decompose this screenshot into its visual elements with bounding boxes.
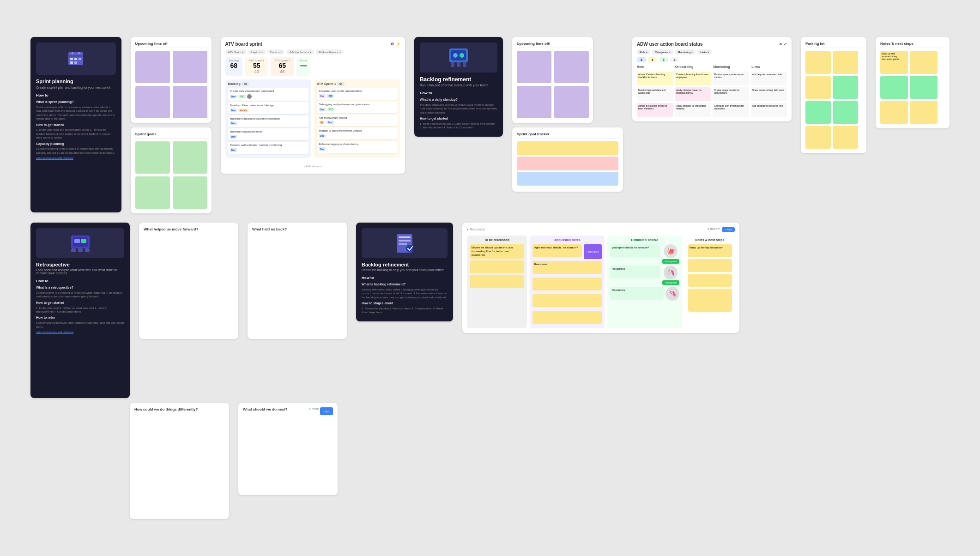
discuss-note-5	[532, 311, 602, 326]
retro-icon	[69, 232, 92, 255]
est-row-3: Resources 🦄	[610, 287, 679, 302]
filter-atv-sprint[interactable]: ATV Sprint ▾	[225, 49, 246, 54]
task-6[interactable]: A/B multivariant testing QATest	[317, 115, 398, 127]
adw-links-filter[interactable]: Links ▾	[697, 49, 712, 54]
right-time-off-stickies	[517, 51, 588, 118]
svg-rect-5	[70, 61, 73, 64]
backlog-owner: ▸ Resources	[467, 228, 485, 231]
diff-s4	[204, 415, 224, 438]
what-is-sprint-text: Sprint planning is a Scrum ceremony wher…	[36, 105, 116, 121]
sprint-link[interactable]: agile estimations and planning	[36, 157, 73, 159]
col-atv1-header: ATV Sprint 1 55	[317, 82, 398, 86]
park-sticky-3	[805, 76, 831, 99]
notes-stickies-row1: Wrap up and summarize key discussion poi…	[880, 51, 945, 124]
task-2[interactable]: Integrate user profile customization Dev…	[317, 88, 398, 100]
adw-cell-3-4: Add onboarding resource links	[751, 103, 787, 117]
next-add-btn[interactable]: + Add	[320, 407, 333, 415]
adw-expand-icon[interactable]: ⤢	[784, 42, 787, 46]
discuss-note-2: Resources	[532, 261, 602, 276]
parking-lot-title: Parking lot	[805, 42, 862, 48]
time-off-title: Upcoming time off	[135, 42, 207, 48]
sprint-goals-title: Sprint goals	[135, 132, 207, 139]
adw-title: ADW user action board status	[637, 42, 703, 47]
backlog-what-diff-label: What is backlog refinement?	[362, 282, 448, 287]
disc-sticky-3	[532, 278, 602, 290]
svg-rect-6	[74, 61, 77, 64]
note-sticky-4	[688, 289, 732, 312]
atv-board-columns: Backlog 68 Create data visualization das…	[225, 79, 400, 158]
adw-cat-filter[interactable]: Categories ▾	[652, 49, 673, 54]
park-sticky-7	[805, 126, 831, 149]
note-sticky-1: Wrap up the key discussion	[688, 244, 732, 257]
parking-lot-stickies	[805, 51, 862, 149]
different-title: How could we do things differently?	[134, 407, 224, 411]
held-s4	[321, 235, 342, 258]
col-notes-backlog: Notes & next steps Wrap up the key discu…	[685, 236, 735, 328]
col-to-discuss-header: To be discussed	[470, 238, 524, 242]
svg-rect-26	[399, 243, 407, 245]
backlog-subtitle: Refine the backlog to help you and your …	[362, 268, 448, 272]
diff-s16	[204, 491, 224, 514]
right-sticky-2	[554, 51, 589, 83]
next-s1	[243, 418, 287, 446]
task-3[interactable]: Develop offline mode for mobile app DevM…	[228, 102, 309, 114]
task-4[interactable]: Debugging and performance optimization D…	[317, 101, 398, 113]
disc-btn-1[interactable]: Prioritized	[584, 244, 602, 259]
different-stickies	[134, 415, 224, 514]
retro-link[interactable]: agile estimations and planning	[36, 331, 73, 333]
backlog-add-btn[interactable]: + Add	[722, 227, 735, 232]
adw-role-filter[interactable]: Role ▾	[637, 49, 650, 54]
capacity-label: Capacity planning	[36, 142, 116, 146]
svg-rect-24	[399, 236, 411, 238]
task-5[interactable]: Implement advanced search functionality …	[228, 115, 309, 127]
col-estimated: Estimated Yes/No goal/sprint details for…	[607, 236, 682, 328]
filter-active[interactable]: 4 Active Items + ▾	[286, 49, 314, 54]
get-started-text: 1. Invite your team and stakeholders to …	[36, 128, 116, 139]
filter-3epic[interactable]: 3 epic + ▾	[248, 49, 266, 54]
task-1[interactable]: Create data visualization dashboard DevP…	[228, 88, 309, 101]
sprint-planning-title: Sprint planning	[36, 79, 116, 84]
next-title: What should we do next?	[243, 407, 287, 411]
right-sticky-1	[517, 51, 551, 83]
task-10[interactable]: Enhance logging and monitoring Dev	[317, 141, 398, 153]
helped-s1	[144, 235, 164, 258]
adw-monitoring-filter[interactable]: Monitoring ▾	[675, 49, 696, 54]
stat-atv2-sub: 48	[274, 69, 290, 74]
helped-title: What helped us move forward?	[144, 227, 234, 231]
atv-header-icons: ⚙ ⚡	[391, 42, 400, 46]
atv-board-card: ATV board sprint ⚙ ⚡ ATV Sprint ▾ 3 epic…	[221, 37, 405, 174]
goal-pink	[517, 157, 618, 170]
sprint-stats-row: Backlog 68 ATV Sprint 1 55 43 ATV Sprint…	[225, 57, 400, 76]
park-sticky-5	[805, 101, 831, 124]
diff-s8	[204, 441, 224, 464]
filter-icon[interactable]: ⚙	[391, 42, 394, 46]
est-accept-btn[interactable]: Accepted	[662, 259, 679, 264]
row-1: Sprint planning Create a sprint plan and…	[30, 37, 950, 213]
get-started-label: How to get started	[36, 123, 116, 127]
est-accept-btn-2[interactable]: Accepted	[662, 280, 679, 285]
held-s1	[252, 235, 273, 258]
adw-close-icon[interactable]: ✕	[779, 42, 782, 46]
adw-cell-2-1: Monitor login activities and access logs	[637, 87, 673, 101]
sprint-goal-stickies	[135, 141, 207, 209]
backlog-stages-label: How to stages about	[362, 301, 448, 306]
discuss-sticky-3	[470, 275, 524, 288]
svg-point-12	[460, 53, 464, 58]
filter-5epic[interactable]: 5 epic + ▾	[267, 49, 285, 54]
retro-card: Retrospective Look back and analyze what…	[30, 223, 130, 398]
creature-3: 🦄	[665, 287, 679, 301]
adw-header: ADW user action board status ✕ ⤢	[637, 42, 787, 47]
task-8[interactable]: Migrate to latest framework version Dev	[317, 127, 398, 139]
diff-s14	[157, 491, 178, 514]
col-to-discuss: To be discussed Maybe we should update t…	[467, 236, 527, 328]
filter-done[interactable]: All done Items + ▾	[316, 49, 344, 54]
col-discussion: Discussion notes Agile methods, details,…	[530, 236, 605, 328]
pagination-text[interactable]: « Indications »	[304, 165, 322, 168]
helped-card: What helped us move forward?	[139, 223, 238, 339]
diff-s15	[181, 491, 201, 514]
task-9[interactable]: Refactor authentication module monitorin…	[228, 142, 309, 154]
task-7[interactable]: Implement password reset Dev	[228, 128, 309, 140]
settings-icon[interactable]: ⚡	[396, 42, 400, 46]
notes-row-3	[880, 101, 945, 124]
next-s3	[243, 448, 287, 476]
